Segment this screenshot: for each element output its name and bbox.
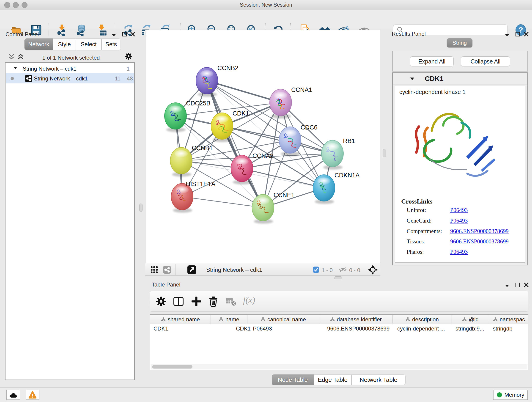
table-cell-shared-name[interactable]: CDK1	[153, 325, 211, 333]
control-panel-menu-icon[interactable]	[111, 32, 116, 38]
control-panel-float-icon[interactable]	[122, 32, 127, 36]
node-label-CCNA2: CCNA2	[253, 153, 273, 159]
column-header-canonical-name[interactable]: canonical name	[247, 315, 319, 324]
table-cell-id[interactable]: stringdb:9...	[456, 325, 490, 333]
network-node-RB1[interactable]: RB1	[322, 138, 355, 170]
collapse-all-button[interactable]: Collapse All	[461, 56, 510, 66]
table-settings-gear-icon[interactable]	[156, 296, 167, 307]
table-cell-description[interactable]: cyclin-dependent ...	[397, 325, 453, 333]
table-toolbar: f(x)	[150, 291, 528, 312]
network-node-CCNE1[interactable]: CCNE1	[252, 191, 295, 224]
network-edge-count: 48	[124, 75, 133, 82]
column-header-database-identifier[interactable]: database identifier	[319, 315, 393, 324]
column-header-description[interactable]: description	[393, 315, 452, 324]
bottom-splitter-handle[interactable]	[334, 276, 342, 279]
network-node-CCNB1[interactable]: CCNB1	[170, 145, 213, 177]
hierarchy-icon	[405, 317, 410, 322]
network-graph[interactable]: CCNB2CCNA1CDC25BCDK1CDC6RB1CCNB1CCNA2CDK…	[146, 30, 380, 263]
results-tab-string[interactable]: String	[447, 38, 472, 47]
network-node-CCNA1[interactable]: CCNA1	[270, 86, 312, 119]
control-panel-close-icon[interactable]	[130, 32, 135, 37]
tab-edge-table[interactable]: Edge Table	[314, 375, 351, 385]
tab-network[interactable]: Network	[25, 38, 53, 50]
status-bar: Memory	[0, 387, 532, 402]
crosslink-genecard-link[interactable]: P06493	[450, 217, 468, 224]
collection-expand-icon[interactable]	[13, 66, 17, 70]
memory-button[interactable]: Memory	[493, 390, 528, 400]
network-canvas[interactable]: CCNB2CCNA1CDC25BCDK1CDC6RB1CCNB1CCNA2CDK…	[145, 30, 380, 263]
tab-node-table[interactable]: Node Table	[272, 375, 314, 385]
function-builder-button[interactable]: f(x)	[243, 295, 255, 305]
network-view-title: String Network – cdk1	[206, 267, 262, 273]
warning-button[interactable]	[26, 390, 39, 400]
network-edge-CCNA2-CDKN1A[interactable]	[242, 168, 324, 188]
scrollbar-thumb[interactable]	[152, 365, 192, 369]
column-header-id[interactable]: @id	[452, 315, 489, 324]
network-options-gear-icon[interactable]	[125, 52, 133, 60]
table-horizontal-scrollbar[interactable]	[151, 364, 527, 370]
center-crosshair-icon[interactable]	[368, 265, 378, 274]
table-panel-close-icon[interactable]	[524, 282, 529, 287]
hierarchy-icon	[161, 317, 166, 322]
right-splitter-handle[interactable]	[383, 149, 386, 157]
network-view-toolbar: String Network – cdk1 1 - 0 0 - 0	[145, 263, 380, 276]
share-view-icon[interactable]	[163, 266, 171, 274]
hierarchy-icon	[219, 317, 223, 322]
network-edge-CCNB2-CCNE1[interactable]	[207, 81, 263, 208]
network-node-CDKN1A[interactable]: CDKN1A	[313, 172, 360, 204]
cloud-icon	[9, 391, 18, 398]
gene-collapse-icon[interactable]	[410, 77, 415, 81]
network-node-count: 11	[111, 75, 120, 82]
crosslink-uniprot-link[interactable]: P06493	[450, 207, 468, 213]
node-label-CCNB2: CCNB2	[217, 65, 239, 71]
network-node-HIST1H1A[interactable]: HIST1H1A	[171, 181, 215, 213]
crosslink-pharos-link[interactable]: P06493	[450, 249, 468, 255]
selected-checkbox-icon[interactable]	[313, 267, 319, 273]
import-network-file-icon[interactable]	[56, 24, 68, 36]
hidden-counter: 0 - 0	[349, 267, 360, 274]
results-panel-float-icon[interactable]	[515, 32, 520, 36]
network-edge-HIST1H1A-CCNE1[interactable]	[182, 197, 263, 208]
table-cell-canonical-name[interactable]: P06493	[253, 325, 322, 333]
results-panel-menu-icon[interactable]	[505, 32, 510, 38]
grid-view-icon[interactable]	[151, 266, 158, 273]
results-actions-box: Expand All Collapse All	[392, 51, 528, 71]
crosslink-compartments-link[interactable]: 9606.ENSP00000378699	[450, 228, 509, 235]
tab-sets[interactable]: Sets	[101, 38, 121, 50]
network-node-CDK1[interactable]: CDK1	[211, 110, 249, 142]
delete-table-icon[interactable]	[226, 297, 236, 306]
show-columns-icon[interactable]	[173, 296, 184, 307]
table-header-row: shared name name canonical name database…	[150, 315, 528, 324]
network-node-CCNB2[interactable]: CCNB2	[196, 65, 239, 97]
results-panel-close-icon[interactable]	[524, 32, 529, 37]
cloud-button[interactable]	[6, 390, 20, 400]
add-column-icon[interactable]	[191, 296, 202, 307]
network-edge-CCNB2-CCNA1[interactable]	[207, 81, 281, 102]
network-collection-row[interactable]: String Network – cdk1 1	[6, 64, 134, 73]
expand-all-button[interactable]: Expand All	[410, 56, 454, 66]
hidden-eye-icon[interactable]	[339, 267, 347, 273]
table-cell-namespace[interactable]: stringdb	[493, 325, 528, 333]
delete-column-trash-icon[interactable]	[208, 296, 219, 307]
left-splitter-handle[interactable]	[139, 204, 143, 212]
import-table-icon[interactable]	[95, 24, 108, 36]
tab-style[interactable]: Style	[53, 38, 76, 50]
table-panel-float-icon[interactable]	[515, 283, 520, 287]
column-header-name[interactable]: name	[211, 315, 247, 324]
table-cell-database-identifier[interactable]: 9606.ENSP00000378699	[327, 325, 398, 333]
import-network-database-icon[interactable]	[76, 24, 88, 36]
crosslink-label: Uniprot:	[407, 207, 426, 213]
birdseye-view-icon[interactable]	[187, 265, 196, 274]
selected-counter: 1 - 0	[322, 267, 333, 274]
tab-select[interactable]: Select	[76, 38, 101, 50]
column-header-shared-name[interactable]: shared name	[150, 315, 211, 324]
network-node-CDC25B[interactable]: CDC25B	[165, 100, 210, 132]
network-row-selected[interactable]: String Network – cdk1 11 48	[6, 73, 134, 83]
tab-network-table[interactable]: Network Table	[351, 375, 405, 385]
gene-header[interactable]: CDK1	[393, 73, 527, 85]
column-header-namespace[interactable]: namespac	[489, 315, 529, 324]
expand-all-networks-icon[interactable]	[8, 54, 15, 60]
node-label-CDKN1A: CDKN1A	[335, 172, 360, 179]
table-panel-menu-icon[interactable]	[505, 283, 510, 288]
crosslink-tissues-link[interactable]: 9606.ENSP00000378699	[450, 238, 509, 245]
